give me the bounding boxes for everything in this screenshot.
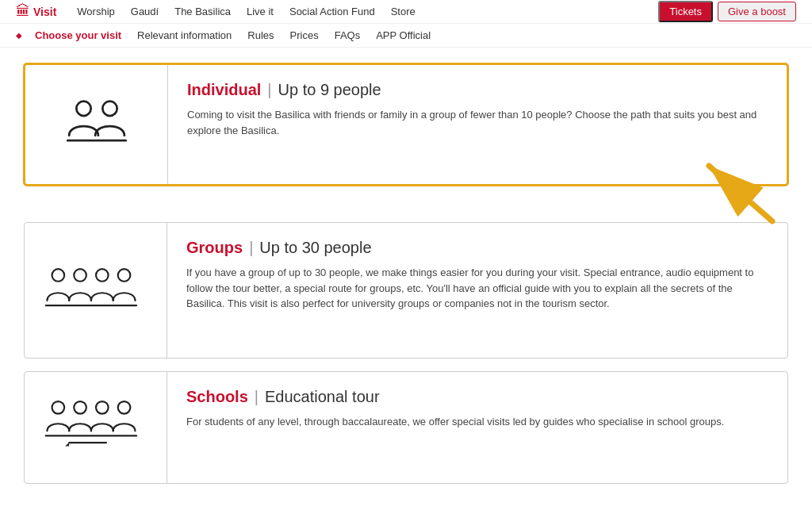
svg-point-5 (52, 269, 64, 282)
individual-icon-box (25, 65, 168, 184)
subnav-app[interactable]: APP Official (368, 29, 439, 41)
groups-description: If you have a group of up to 30 people, … (186, 265, 768, 312)
schools-card-body: Schools | Educational tour For students … (167, 372, 787, 446)
subnav-relevant-info[interactable]: Relevant information (129, 29, 239, 41)
subnav-prices[interactable]: Prices (282, 29, 327, 41)
svg-point-13 (117, 401, 130, 414)
arrow-spacer (24, 198, 788, 222)
visit-label[interactable]: Visit (33, 6, 56, 18)
svg-point-6 (74, 269, 86, 282)
svg-point-12 (96, 401, 109, 414)
tickets-button[interactable]: Tickets (658, 1, 713, 22)
sub-navigation: ◆ Choose your visit Relevant information… (0, 24, 812, 48)
individual-card[interactable]: Individual | Up to 9 people Coming to vi… (24, 63, 788, 186)
top-navigation: 🏛 Visit Worship Gaudí The Basilica Live … (0, 0, 812, 24)
individual-card-wrapper: Individual | Up to 9 people Coming to vi… (24, 63, 788, 186)
schools-title-colored: Schools (186, 388, 248, 406)
individual-people-icon (53, 93, 140, 156)
individual-title-colored: Individual (187, 81, 261, 99)
logo-area[interactable]: 🏛 Visit (16, 3, 56, 20)
subnav-choose-visit[interactable]: Choose your visit (27, 29, 129, 41)
individual-card-body: Individual | Up to 9 people Coming to vi… (168, 65, 787, 154)
nav-liveit[interactable]: Live it (239, 6, 282, 17)
groups-card-body: Groups | Up to 30 people If you have a g… (167, 223, 787, 328)
schools-people-icon (44, 396, 147, 459)
groups-title: Groups | Up to 30 people (186, 239, 768, 257)
nav-gaudi[interactable]: Gaudí (123, 6, 167, 17)
svg-point-10 (52, 401, 64, 414)
svg-point-7 (96, 269, 109, 282)
nav-store[interactable]: Store (383, 6, 423, 17)
nav-social[interactable]: Social Action Fund (282, 6, 383, 17)
individual-title-separator: | (267, 81, 271, 99)
individual-description: Coming to visit the Basilica with friend… (187, 107, 768, 138)
nav-worship[interactable]: Worship (69, 6, 122, 17)
diamond-icon: ◆ (16, 31, 22, 40)
groups-card[interactable]: Groups | Up to 30 people If you have a g… (24, 222, 788, 359)
groups-title-separator: | (249, 239, 253, 257)
svg-point-8 (117, 269, 130, 282)
groups-icon-box (25, 223, 167, 358)
nav-items: Worship Gaudí The Basilica Live it Socia… (69, 6, 652, 17)
groups-people-icon (44, 259, 147, 322)
subnav-faqs[interactable]: FAQs (327, 29, 369, 41)
boost-button[interactable]: Give a boost (718, 2, 796, 21)
svg-point-11 (74, 401, 86, 414)
groups-title-sub: Up to 30 people (259, 239, 371, 257)
svg-marker-16 (65, 443, 69, 446)
individual-title: Individual | Up to 9 people (187, 81, 768, 99)
nav-basilica[interactable]: The Basilica (167, 6, 239, 17)
schools-title: Schools | Educational tour (186, 388, 768, 406)
schools-title-separator: | (255, 388, 259, 406)
individual-title-sub: Up to 9 people (278, 81, 381, 99)
basilica-icon: 🏛 (16, 3, 30, 20)
schools-title-sub: Educational tour (265, 388, 380, 406)
main-content: Individual | Up to 9 people Coming to vi… (0, 48, 812, 510)
svg-point-0 (76, 102, 90, 116)
groups-title-colored: Groups (186, 239, 243, 257)
schools-icon-box (25, 372, 167, 483)
svg-point-1 (102, 102, 117, 116)
schools-description: For students of any level, through bacca… (186, 414, 768, 430)
subnav-rules[interactable]: Rules (239, 29, 282, 41)
schools-card[interactable]: Schools | Educational tour For students … (24, 371, 788, 484)
